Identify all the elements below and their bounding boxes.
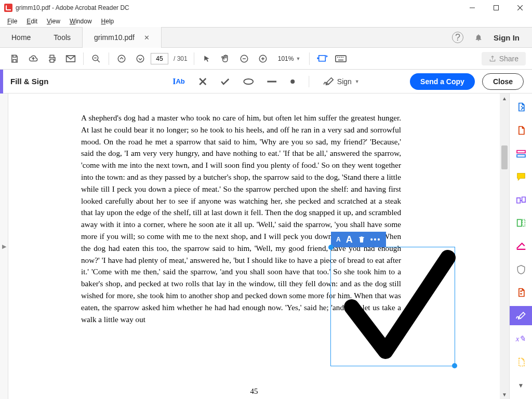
more-options-button[interactable]: ••• (370, 235, 381, 244)
sign-tool[interactable]: Sign ▼ (323, 77, 360, 86)
page-number-input[interactable] (151, 53, 168, 64)
tab-document-label: grimm10.pdf (94, 33, 135, 42)
checkmark-shape-icon (331, 247, 456, 367)
svg-rect-1 (494, 5, 499, 10)
scroll-thumb[interactable] (501, 145, 508, 169)
window-maximize-button[interactable] (484, 0, 508, 16)
window-close-button[interactable] (508, 0, 532, 16)
share-icon (489, 55, 496, 62)
close-fillsign-button[interactable]: Close (482, 73, 524, 90)
svg-line-5 (97, 60, 100, 62)
zoom-in-icon[interactable] (255, 50, 271, 67)
save-icon[interactable] (6, 50, 23, 67)
svg-point-22 (244, 79, 253, 84)
svg-rect-26 (517, 154, 525, 157)
menu-file[interactable]: File (3, 17, 21, 26)
comment-icon[interactable] (510, 167, 533, 187)
export-pdf-icon[interactable] (510, 98, 533, 117)
fill-sign-title: Fill & Sign (0, 77, 48, 86)
text-tool-icon[interactable]: IAb (172, 77, 185, 86)
circle-tool-icon[interactable] (243, 78, 254, 85)
scroll-up-icon[interactable]: ▲ (500, 94, 509, 103)
checkmark-annotation[interactable]: A A ••• (330, 247, 455, 366)
menu-edit[interactable]: Edit (22, 17, 42, 26)
menu-view[interactable]: View (43, 17, 64, 26)
signature-rail-icon[interactable]: x✎ (510, 329, 533, 349)
line-tool-icon[interactable] (267, 81, 276, 83)
svg-point-7 (118, 55, 125, 62)
scroll-down-icon[interactable]: ▼ (500, 390, 509, 399)
resize-handle-br[interactable] (452, 363, 457, 368)
select-tool-icon[interactable] (198, 50, 215, 67)
zoom-level-dropdown[interactable]: 101%▼ (273, 53, 305, 64)
document-page-number: 45 (8, 387, 500, 396)
tab-document[interactable]: grimm10.pdf ✕ (82, 27, 162, 48)
tab-tools[interactable]: Tools (42, 27, 82, 48)
zoom-out-icon[interactable] (236, 50, 252, 67)
svg-rect-27 (517, 220, 521, 227)
svg-rect-28 (522, 220, 525, 227)
svg-rect-14 (336, 56, 346, 62)
zoom-out-search-icon[interactable] (88, 50, 104, 67)
resize-handle-tl[interactable] (328, 245, 334, 250)
window-minimize-button[interactable] (460, 0, 484, 16)
x-mark-tool-icon[interactable] (198, 77, 207, 86)
organize-pages-icon[interactable] (510, 214, 533, 233)
fit-width-icon[interactable] (314, 50, 330, 67)
send-copy-button[interactable]: Send a Copy (410, 73, 475, 90)
hand-tool-icon[interactable] (217, 50, 234, 67)
document-viewport[interactable]: A shepherd's dog had a master who took n… (8, 94, 500, 399)
cloud-upload-icon[interactable] (25, 50, 42, 67)
annotation-toolbar: A A ••• (331, 232, 386, 247)
increase-size-button[interactable]: A (346, 234, 353, 245)
dot-tool-icon[interactable] (290, 79, 295, 84)
delete-annotation-button[interactable] (358, 235, 365, 244)
edit-pdf-icon[interactable] (510, 144, 533, 163)
signature-icon (323, 77, 334, 86)
svg-point-24 (290, 79, 295, 84)
redact-icon[interactable] (510, 237, 533, 256)
sign-in-button[interactable]: Sign In (494, 33, 520, 42)
share-button[interactable]: Share (482, 52, 526, 65)
combine-files-icon[interactable] (510, 190, 533, 209)
decrease-size-button[interactable]: A (336, 236, 341, 243)
window-title: grimm10.pdf - Adobe Acrobat Reader DC (16, 4, 129, 11)
email-icon[interactable] (62, 50, 79, 67)
prev-page-icon[interactable] (113, 50, 130, 67)
left-panel-toggle[interactable]: ▶ (0, 94, 8, 399)
menu-help[interactable]: Help (97, 17, 118, 26)
tab-close-icon[interactable]: ✕ (144, 34, 150, 42)
checkmark-tool-icon[interactable] (220, 78, 230, 85)
menu-window[interactable]: Window (65, 17, 96, 26)
print-icon[interactable] (44, 50, 60, 67)
svg-rect-25 (517, 150, 525, 153)
chevron-down-icon[interactable]: ▼ (510, 376, 533, 395)
more-tools-icon[interactable] (510, 353, 533, 372)
acrobat-app-icon (4, 4, 12, 12)
help-icon[interactable]: ? (452, 32, 463, 43)
next-page-icon[interactable] (132, 50, 149, 67)
vertical-scrollbar[interactable]: ▲ ▼ (500, 94, 509, 399)
compress-pdf-icon[interactable] (510, 283, 533, 302)
create-pdf-icon[interactable] (510, 121, 533, 140)
notifications-icon[interactable] (473, 32, 484, 43)
page-total-label: / 301 (174, 55, 188, 62)
keyboard-icon[interactable] (332, 50, 349, 67)
protect-icon[interactable] (510, 260, 533, 279)
tab-home[interactable]: Home (0, 27, 42, 48)
fill-sign-rail-icon[interactable] (510, 306, 533, 325)
svg-point-8 (137, 55, 144, 62)
